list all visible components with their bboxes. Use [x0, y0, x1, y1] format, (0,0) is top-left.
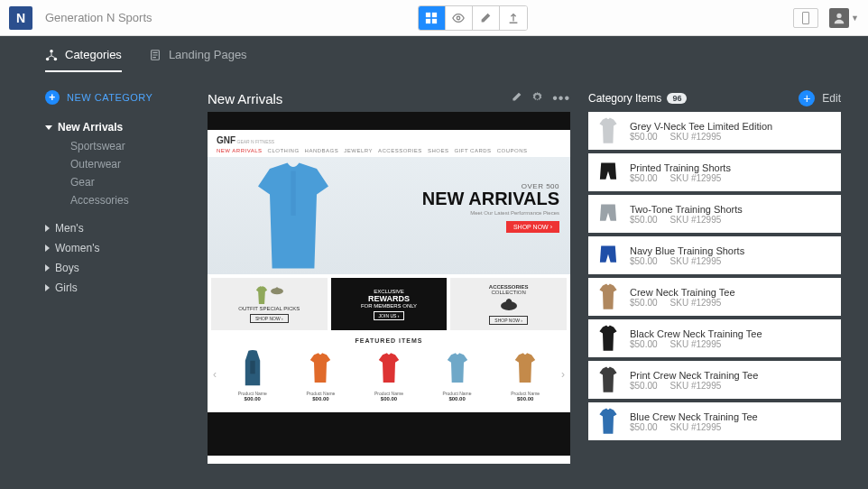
- item-sku: SKU #12995: [670, 215, 722, 225]
- preview-topbar: [208, 112, 570, 130]
- promo-sub: COLLECTION: [492, 290, 526, 295]
- svg-point-8: [54, 57, 58, 60]
- item-thumb: [596, 158, 621, 187]
- promo-sub: FOR MEMBERS ONLY: [361, 303, 417, 309]
- hierarchy-icon: [45, 49, 58, 61]
- more-icon[interactable]: •••: [552, 90, 570, 106]
- featured-product: Product Name$00.00: [425, 347, 490, 401]
- top-right-controls: ▼: [793, 8, 859, 28]
- item-thumb: [596, 324, 621, 353]
- app-logo: N: [9, 6, 32, 30]
- page-title: New Arrivals: [208, 91, 282, 106]
- category-item[interactable]: Print Crew Neck Training Tee$50.00SKU #1…: [588, 361, 841, 399]
- featured-title: FEATURED ITEMS: [208, 334, 570, 347]
- caret-down-icon: [45, 125, 52, 130]
- category-item[interactable]: Two-Tone Training Shorts$50.00SKU #12995: [588, 195, 841, 233]
- tab-categories[interactable]: Categories: [45, 48, 122, 72]
- tree-sub-item[interactable]: Sportswear: [45, 137, 189, 155]
- center-header: New Arrivals •••: [208, 90, 570, 106]
- center-column: New Arrivals ••• GNF GEAR N FITNESS NEW …: [208, 90, 570, 471]
- item-list: Grey V-Neck Tee Limited Edition$50.00SKU…: [588, 112, 841, 440]
- item-thumb: [596, 365, 621, 394]
- category-item[interactable]: Crew Neck Training Tee$50.00SKU #12995: [588, 278, 841, 316]
- svg-rect-1: [432, 12, 437, 16]
- item-thumb: [596, 282, 621, 311]
- grid-view-button[interactable]: [419, 6, 446, 30]
- tree-item[interactable]: Girls: [45, 278, 189, 298]
- center-actions: •••: [511, 90, 570, 106]
- panel-title: Category Items: [588, 92, 661, 105]
- main-tabs: Categories Landing Pages: [0, 36, 868, 72]
- item-thumb: [596, 116, 621, 145]
- hero-image: [235, 157, 352, 274]
- category-item[interactable]: Black Crew Neck Training Tee$50.00SKU #1…: [588, 319, 841, 357]
- tab-landing-pages[interactable]: Landing Pages: [149, 48, 247, 72]
- preview-nav: NEW ARRIVALSCLOTHINGHANDBAGSJEWELRYACCES…: [208, 148, 570, 157]
- item-price: $50.00: [630, 173, 658, 183]
- item-sku: SKU #12995: [670, 339, 722, 349]
- page-preview[interactable]: GNF GEAR N FITNESS NEW ARRIVALSCLOTHINGH…: [208, 112, 570, 464]
- device-selector[interactable]: [793, 8, 818, 28]
- tree-item-label: Men's: [55, 222, 84, 235]
- tree-item-label: New Arrivals: [58, 121, 123, 134]
- item-count-badge: 96: [667, 93, 687, 104]
- preview-brand: GNF GEAR N FITNESS: [208, 130, 570, 148]
- tree-item[interactable]: Boys: [45, 258, 189, 278]
- item-sku: SKU #12995: [670, 256, 722, 266]
- category-item[interactable]: Grey V-Neck Tee Limited Edition$50.00SKU…: [588, 112, 841, 150]
- item-name: Print Crew Neck Training Tee: [630, 370, 758, 381]
- tree-item-new-arrivals[interactable]: New Arrivals: [45, 117, 189, 137]
- item-thumb: [596, 407, 621, 436]
- tree-item-label: Women's: [55, 242, 99, 254]
- items-panel: Category Items 96 + Edit Grey V-Neck Tee…: [588, 90, 841, 471]
- view-mode-group: [418, 5, 528, 31]
- plus-icon: +: [45, 90, 60, 105]
- category-item[interactable]: Printed Training Shorts$50.00SKU #12995: [588, 153, 841, 191]
- edit-pencil-icon[interactable]: [511, 90, 522, 106]
- item-name: Black Crew Neck Training Tee: [630, 328, 762, 339]
- publish-button[interactable]: [500, 6, 527, 30]
- promo-row: OUTFIT SPECIAL PICKS SHOP NOW › EXCLUSIV…: [208, 274, 570, 334]
- brand-name: Generation N Sports: [45, 11, 152, 24]
- featured-product: Product Name$00.00: [220, 347, 285, 401]
- tab-label: Landing Pages: [169, 48, 247, 61]
- page-icon: [149, 49, 162, 61]
- featured-product: Product Name$00.00: [493, 347, 558, 401]
- item-name: Crew Neck Training Tee: [630, 287, 735, 298]
- item-price: $50.00: [630, 215, 658, 225]
- carousel-prev-icon: ‹: [213, 368, 217, 381]
- item-price: $50.00: [630, 298, 658, 308]
- tree-sub-item[interactable]: Gear: [45, 173, 189, 191]
- category-item[interactable]: Blue Crew Neck Training Tee$50.00SKU #12…: [588, 402, 841, 440]
- svg-rect-3: [432, 18, 437, 23]
- caret-right-icon: [45, 225, 50, 232]
- promo-button: SHOP NOW ›: [489, 316, 528, 325]
- promo-title: REWARDS: [368, 294, 410, 303]
- settings-gear-icon[interactable]: [531, 90, 543, 106]
- preview-button[interactable]: [446, 6, 473, 30]
- edit-link[interactable]: Edit: [822, 92, 841, 105]
- hero-cta-button: SHOP NOW ›: [506, 221, 559, 233]
- new-category-button[interactable]: + NEW CATEGORY: [45, 90, 189, 105]
- promo-accessories: ACCESSORIES COLLECTION SHOP NOW ›: [450, 278, 567, 330]
- workspace: + NEW CATEGORY New Arrivals SportswearOu…: [0, 72, 868, 489]
- tree-item[interactable]: Women's: [45, 238, 189, 258]
- category-sidebar: + NEW CATEGORY New Arrivals SportswearOu…: [45, 90, 189, 471]
- tree-sub-item[interactable]: Accessories: [45, 191, 189, 209]
- item-price: $50.00: [630, 339, 658, 349]
- svg-rect-2: [426, 18, 430, 23]
- tree-sub-item[interactable]: Outerwear: [45, 155, 189, 173]
- item-sku: SKU #12995: [670, 298, 722, 308]
- user-menu[interactable]: ▼: [829, 8, 859, 28]
- item-sku: SKU #12995: [670, 422, 722, 432]
- item-name: Two-Tone Training Shorts: [630, 204, 743, 215]
- edit-button[interactable]: [473, 6, 500, 30]
- item-sku: SKU #12995: [670, 132, 722, 142]
- item-price: $50.00: [630, 422, 658, 432]
- tree-item[interactable]: Men's: [45, 218, 189, 238]
- add-item-button[interactable]: +: [799, 90, 815, 106]
- item-thumb: [596, 199, 621, 228]
- category-item[interactable]: Navy Blue Training Shorts$50.00SKU #1299…: [588, 236, 841, 274]
- top-bar: N Generation N Sports ▼: [0, 0, 868, 36]
- item-sku: SKU #12995: [670, 381, 722, 391]
